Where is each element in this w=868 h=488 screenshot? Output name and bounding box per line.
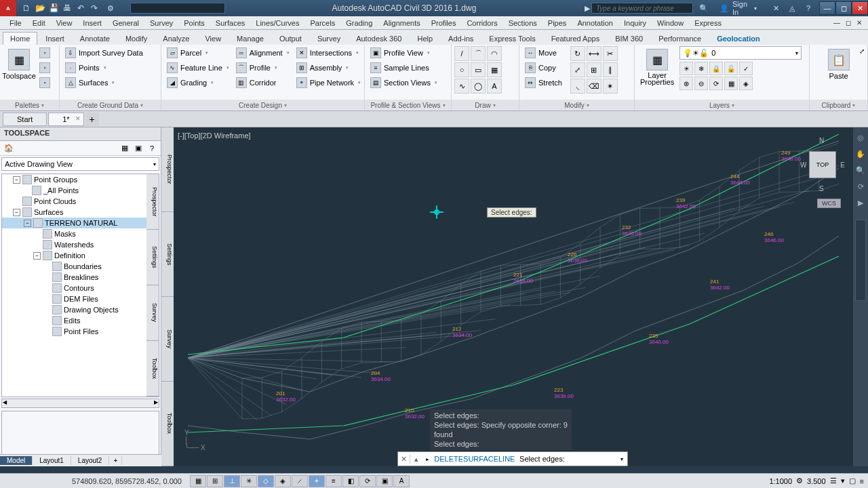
menu-express[interactable]: Express <box>689 18 727 28</box>
status-3dosnap-icon[interactable]: ◈ <box>275 475 291 487</box>
panel-title-profile-views[interactable]: Profile & Section Views <box>365 100 451 110</box>
layer-properties-button[interactable]: ▦ Layer Properties <box>637 46 677 88</box>
tree-edits[interactable]: Edits <box>2 315 146 326</box>
draw-circle-icon[interactable]: ○ <box>454 62 469 77</box>
tab-autodesk360[interactable]: Autodesk 360 <box>349 32 409 45</box>
panel-title-layers[interactable]: Layers <box>635 100 809 110</box>
tree-drawing-objects[interactable]: Drawing Objects <box>2 304 146 315</box>
side-tab-prospector[interactable]: Prospector <box>161 127 174 212</box>
menu-points[interactable]: Points <box>178 18 210 28</box>
menu-edit[interactable]: Edit <box>27 18 51 28</box>
menu-parcels[interactable]: Parcels <box>304 18 340 28</box>
move-button[interactable]: ↔Move <box>522 46 569 60</box>
samplelines-button[interactable]: ≡Sample Lines <box>368 61 440 75</box>
tree-surfaces[interactable]: −Surfaces <box>2 207 146 218</box>
layer-tool-3[interactable]: 🔒 <box>709 62 723 75</box>
panel-title-clipboard[interactable]: Clipboard <box>810 100 867 110</box>
menu-insert[interactable]: Insert <box>77 18 107 28</box>
vtab-toolbox[interactable]: Toolbox <box>146 341 159 396</box>
cmdline-close-icon[interactable]: ✕ <box>398 455 410 464</box>
draw-hatch-icon[interactable]: ▦ <box>487 62 502 77</box>
draw-spline-icon[interactable]: ∿ <box>454 79 469 94</box>
menu-corridors[interactable]: Corridors <box>461 18 502 28</box>
draw-polyline-icon[interactable]: ⌒ <box>471 46 486 61</box>
status-grid-icon[interactable]: ▦ <box>190 475 206 487</box>
menu-profiles[interactable]: Profiles <box>426 18 462 28</box>
doc-tab-file[interactable]: 1*✕ <box>48 113 83 126</box>
viewcube[interactable]: N S E W TOP <box>799 134 846 195</box>
ts-help-icon[interactable]: ? <box>146 142 158 155</box>
status-osnap-icon[interactable]: ◇ <box>258 475 274 487</box>
featureline-button[interactable]: ∿Feature Line <box>164 61 232 75</box>
toolspace-hscroll[interactable] <box>1 399 159 408</box>
tab-analyze[interactable]: Analyze <box>155 32 197 45</box>
ts-btn-2[interactable]: ▣ <box>132 142 144 155</box>
infocenter-search-icon[interactable]: 🔍 <box>697 2 711 14</box>
app-logo[interactable]: A <box>0 0 16 16</box>
tab-bim360[interactable]: BIM 360 <box>608 32 650 45</box>
pipenetwork-button[interactable]: ⚬Pipe Network <box>294 76 363 89</box>
cmdline-expand-icon[interactable]: ▴ <box>410 455 422 464</box>
tab-survey[interactable]: Survey <box>310 32 348 45</box>
sectionviews-button[interactable]: ▤Section Views <box>368 76 440 89</box>
doc-restore-icon[interactable]: ◻ <box>844 19 853 26</box>
tree-point-clouds[interactable]: Point Clouds <box>2 196 146 207</box>
layer-tool-6[interactable]: ⊕ <box>679 77 693 90</box>
tree-breaklines[interactable]: Breaklines <box>2 272 146 283</box>
side-tab-settings[interactable]: Settings <box>161 212 174 297</box>
minimize-button[interactable]: — <box>819 1 835 15</box>
array-icon[interactable]: ⊞ <box>587 62 601 77</box>
status-dyn-icon[interactable]: + <box>309 475 325 487</box>
layer-tool-8[interactable]: ⟳ <box>709 77 723 90</box>
parcel-button[interactable]: ▱Parcel <box>164 46 232 60</box>
tree-dem[interactable]: DEM Files <box>2 293 146 304</box>
tab-featured-apps[interactable]: Featured Apps <box>544 32 608 45</box>
menu-window[interactable]: Window <box>652 18 689 28</box>
menu-sections[interactable]: Sections <box>503 18 542 28</box>
tab-output[interactable]: Output <box>272 32 309 45</box>
tree-point-files[interactable]: Point Files <box>2 326 146 337</box>
rotate-icon[interactable]: ↻ <box>570 46 585 61</box>
tree-definition[interactable]: −Definition <box>2 250 146 261</box>
tree-point-groups[interactable]: −Point Groups <box>2 174 146 185</box>
menu-view[interactable]: View <box>51 18 78 28</box>
search-arrow-icon[interactable]: ▶ <box>583 4 591 13</box>
toolspace-tree[interactable]: Prospector Settings Survey Toolbox −Poin… <box>1 174 159 397</box>
menu-pipes[interactable]: Pipes <box>542 18 572 28</box>
nav-zoom-slider[interactable] <box>855 220 866 301</box>
intersections-button[interactable]: ✕Intersections <box>294 46 363 60</box>
menu-general[interactable]: General <box>107 18 144 28</box>
qat-print-icon[interactable]: 🖶 <box>61 2 73 14</box>
a360-icon[interactable]: ◬ <box>785 2 799 14</box>
profileview-button[interactable]: ▣Profile View <box>368 46 440 60</box>
status-ortho-icon[interactable]: ⊥ <box>224 475 240 487</box>
layer-tool-1[interactable]: ☀ <box>679 62 693 75</box>
menu-survey[interactable]: Survey <box>144 18 178 28</box>
layout-tab-2[interactable]: Layout2 <box>71 456 110 465</box>
tree-watersheds[interactable]: Watersheds <box>2 239 146 250</box>
panel-title-modify[interactable]: Modify <box>519 100 634 110</box>
nav-orbit-icon[interactable]: ⟳ <box>854 180 867 192</box>
fillet-icon[interactable]: ◟ <box>570 79 585 94</box>
tree-masks[interactable]: Masks <box>2 228 146 239</box>
tab-help[interactable]: Help <box>410 32 440 45</box>
panel-title-draw[interactable]: Draw <box>452 100 519 110</box>
drawing-canvas[interactable]: [-][Top][2D Wireframe] <box>174 127 853 466</box>
signin-button[interactable]: 👤 Sign In ▾ <box>713 2 766 14</box>
doc-close-icon[interactable]: ✕ <box>854 19 864 26</box>
cmdline-history-icon[interactable]: ▾ <box>616 456 627 462</box>
close-button[interactable]: ✕ <box>852 1 868 15</box>
doc-minimize-icon[interactable]: — <box>831 19 842 26</box>
tab-performance[interactable]: Performance <box>651 32 709 45</box>
offset-icon[interactable]: ∥ <box>603 62 618 77</box>
side-tab-toolbox[interactable]: Toolbox <box>161 382 174 466</box>
viewcube-face[interactable]: TOP <box>809 151 836 178</box>
help-icon[interactable]: ? <box>802 2 815 14</box>
qat-new-icon[interactable]: 🗋 <box>20 2 33 14</box>
draw-ellipse-icon[interactable]: ◯ <box>471 79 486 94</box>
qat-redo-icon[interactable]: ↷ <box>88 2 100 14</box>
layer-tool-4[interactable]: 🔓 <box>724 62 738 75</box>
status-clean-icon[interactable]: ▢ <box>849 476 856 485</box>
tree-contours[interactable]: Contours <box>2 283 146 293</box>
palette-btn-2[interactable]: ▫ <box>37 61 57 75</box>
